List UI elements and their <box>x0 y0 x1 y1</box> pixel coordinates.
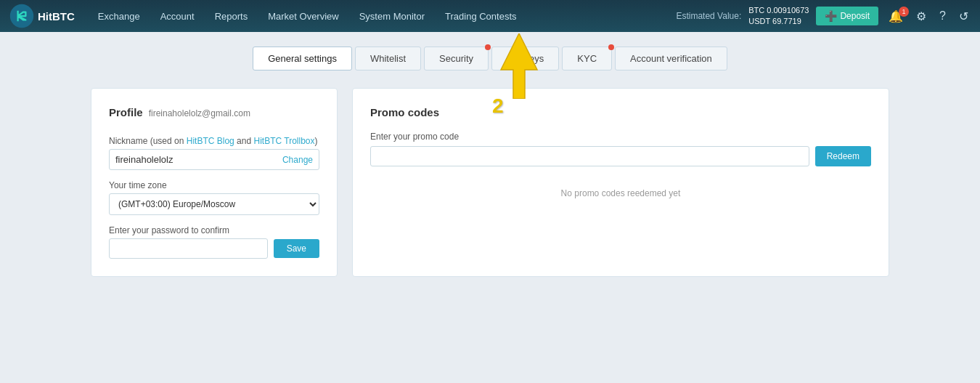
main-content: General settings Whitelist Security API … <box>0 32 980 291</box>
deposit-label: Deposit <box>840 11 870 21</box>
nav-system-monitor[interactable]: System Monitor <box>351 8 433 25</box>
promo-code-input[interactable] <box>370 146 809 166</box>
redeem-button[interactable]: Redeem <box>815 146 871 166</box>
nav-right: Estimated Value: BTC 0.00910673 USDT 69.… <box>676 5 971 28</box>
save-button[interactable]: Save <box>274 239 319 258</box>
btc-value: BTC 0.00910673 <box>748 5 809 16</box>
tab-account-verification[interactable]: Account verification <box>615 47 727 70</box>
deposit-icon: ➕ <box>825 10 837 22</box>
top-navigation: HitBTC Exchange Account Reports Market O… <box>0 0 980 32</box>
estimated-values: BTC 0.00910673 USDT 69.7719 <box>748 5 809 28</box>
usdt-value: USDT 69.7719 <box>748 16 809 27</box>
content-columns: Profile fireinaholelolz@gmail.com Nickna… <box>91 88 889 277</box>
nickname-description: Nickname (used on HitBTC Blog and HitBTC… <box>109 136 319 146</box>
nav-exchange[interactable]: Exchange <box>89 8 149 25</box>
nav-account[interactable]: Account <box>152 8 203 25</box>
hitbtc-trollbox-link[interactable]: HitBTC Trollbox <box>253 136 314 146</box>
tab-api-keys[interactable]: API keys <box>491 47 559 70</box>
notification-count: 1 <box>899 7 909 17</box>
change-button[interactable]: Change <box>282 155 313 165</box>
promo-input-label: Enter your promo code <box>370 132 871 142</box>
nav-trading-contests[interactable]: Trading Contests <box>436 8 526 25</box>
nav-reports[interactable]: Reports <box>206 8 257 25</box>
kyc-badge <box>608 44 614 50</box>
nav-links: Exchange Account Reports Market Overview… <box>89 8 677 25</box>
brand-name: HitBTC <box>38 10 75 23</box>
logo[interactable]: HitBTC <box>9 3 75 29</box>
profile-title: Profile <box>109 106 143 118</box>
profile-card: Profile fireinaholelolz@gmail.com Nickna… <box>91 88 338 277</box>
help-button[interactable]: ? <box>936 8 949 24</box>
password-row: Save <box>109 238 319 259</box>
notification-badge[interactable]: 🔔 1 <box>886 8 906 25</box>
nav-market-overview[interactable]: Market Overview <box>259 8 348 25</box>
password-input[interactable] <box>109 238 268 259</box>
promo-input-row: Redeem <box>370 146 871 166</box>
settings-button[interactable]: ⚙ <box>913 8 929 25</box>
security-badge <box>485 44 491 50</box>
tab-general-settings[interactable]: General settings <box>253 47 352 70</box>
deposit-button[interactable]: ➕ Deposit <box>816 7 878 25</box>
hitbtc-blog-link[interactable]: HitBTC Blog <box>187 136 234 146</box>
tabs-row: General settings Whitelist Security API … <box>29 47 951 70</box>
password-label: Enter your password to confirm <box>109 225 319 235</box>
profile-email: fireinaholelolz@gmail.com <box>149 108 250 118</box>
logo-icon <box>9 3 35 29</box>
no-promo-text: No promo codes reedemed yet <box>370 188 871 198</box>
estimated-label: Estimated Value: <box>676 11 741 21</box>
tab-kyc[interactable]: KYC <box>562 47 612 70</box>
promo-title: Promo codes <box>370 106 871 118</box>
refresh-button[interactable]: ↺ <box>956 8 971 25</box>
tab-security[interactable]: Security <box>424 47 489 70</box>
tab-whitelist[interactable]: Whitelist <box>355 47 421 70</box>
timezone-label: Your time zone <box>109 180 319 190</box>
nickname-input-row: Change <box>109 149 319 170</box>
promo-card: Promo codes Enter your promo code Redeem… <box>352 88 889 277</box>
timezone-select[interactable]: (GMT+03:00) Europe/Moscow <box>109 193 319 215</box>
nickname-input[interactable] <box>115 151 282 168</box>
